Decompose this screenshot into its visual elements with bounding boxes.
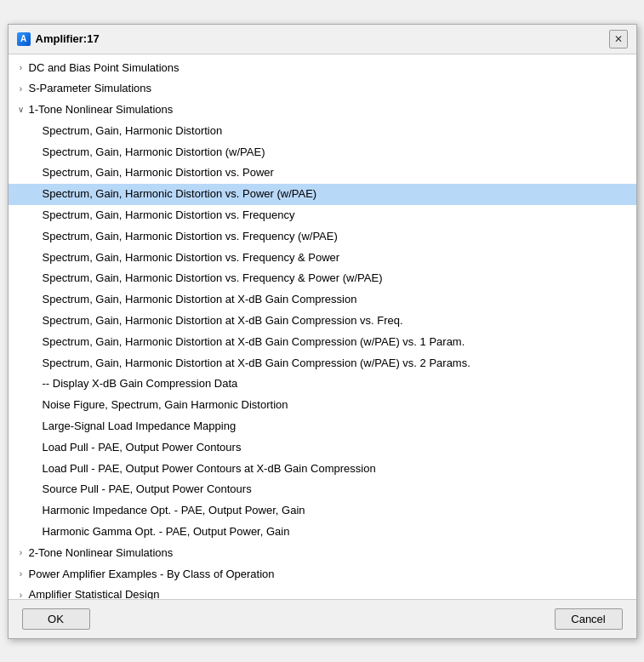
tree-item-label: Harmonic Impedance Opt. - PAE, Output Po… (43, 502, 305, 520)
title-bar-left: A Amplifier:17 (17, 32, 100, 46)
app-icon: A (17, 32, 31, 46)
tree-item-label: Noise Figure, Spectrum, Gain Harmonic Di… (43, 397, 288, 414)
main-dialog: A Amplifier:17 ✕ ›DC and Bias Point Simu… (8, 24, 637, 639)
tree-item-label: Spectrum, Gain, Harmonic Distortion (43, 123, 223, 140)
tree-item-label: Spectrum, Gain, Harmonic Distortion vs. … (43, 228, 338, 246)
tree-item-child-5[interactable]: Spectrum, Gain, Harmonic Distortion vs. … (9, 205, 636, 226)
tree-item-label: Spectrum, Gain, Harmonic Distortion vs. … (43, 185, 317, 203)
tree-item-label: Large-Signal Load Impedance Mapping (43, 418, 237, 436)
tree-item-label: Power Amplifier Examples - By Class of O… (29, 566, 275, 584)
expand-icon: › (15, 61, 27, 75)
close-button[interactable]: ✕ (609, 30, 628, 49)
tree-item-label: Harmonic Gamma Opt. - PAE, Output Power,… (43, 523, 290, 541)
tree-item-child-7[interactable]: Spectrum, Gain, Harmonic Distortion vs. … (9, 248, 636, 269)
tree-item-label: S-Parameter Simulations (29, 80, 152, 98)
tree-item-child-18[interactable]: Source Pull - PAE, Output Power Contours (9, 479, 636, 500)
tree-item-child-14[interactable]: Noise Figure, Spectrum, Gain Harmonic Di… (9, 395, 636, 416)
tree-item-label: Spectrum, Gain, Harmonic Distortion vs. … (43, 270, 383, 288)
tree-item-amp-stat[interactable]: ›Amplifier Statistical Design (9, 585, 636, 598)
expand-icon: › (15, 568, 27, 581)
tree-item-label: Amplifier Statistical Design (29, 586, 160, 598)
tree-item-child-15[interactable]: Large-Signal Load Impedance Mapping (9, 416, 636, 437)
tree-item-label: Spectrum, Gain, Harmonic Distortion vs. … (43, 164, 274, 182)
tree-item-label: Spectrum, Gain, Harmonic Distortion at X… (43, 291, 357, 309)
tree-item-child-2[interactable]: Spectrum, Gain, Harmonic Distortion (w/P… (9, 142, 636, 163)
tree-item-power-amp[interactable]: ›Power Amplifier Examples - By Class of … (9, 564, 636, 585)
dialog-title: Amplifier:17 (36, 32, 100, 45)
tree-item-child-16[interactable]: Load Pull - PAE, Output Power Contours (9, 437, 636, 459)
collapse-icon: ∨ (15, 103, 27, 117)
tree-item-label: Spectrum, Gain, Harmonic Distortion at X… (43, 355, 470, 373)
tree-item-child-9[interactable]: Spectrum, Gain, Harmonic Distortion at X… (9, 289, 636, 311)
tree-item-label: Spectrum, Gain, Harmonic Distortion at X… (43, 334, 465, 351)
tree-item-2-tone[interactable]: ›2-Tone Nonlinear Simulations (9, 543, 636, 564)
tree-item-label: Spectrum, Gain, Harmonic Distortion at X… (43, 312, 403, 330)
content-area: ›DC and Bias Point Simulations›S-Paramet… (9, 54, 636, 599)
tree-item-child-8[interactable]: Spectrum, Gain, Harmonic Distortion vs. … (9, 268, 636, 289)
tree-item-child-19[interactable]: Harmonic Impedance Opt. - PAE, Output Po… (9, 500, 636, 522)
tree-item-label: -- Display X-dB Gain Compression Data (43, 375, 238, 393)
tree-item-label: 1-Tone Nonlinear Simulations (29, 101, 174, 119)
tree-item-child-6[interactable]: Spectrum, Gain, Harmonic Distortion vs. … (9, 226, 636, 248)
expand-icon: › (15, 546, 27, 560)
tree-container[interactable]: ›DC and Bias Point Simulations›S-Paramet… (9, 54, 636, 599)
expand-icon: › (15, 83, 27, 96)
tree-item-label: Spectrum, Gain, Harmonic Distortion vs. … (43, 207, 295, 225)
tree-item-child-1[interactable]: Spectrum, Gain, Harmonic Distortion (9, 121, 636, 142)
title-bar: A Amplifier:17 ✕ (9, 25, 636, 54)
tree-item-child-12[interactable]: Spectrum, Gain, Harmonic Distortion at X… (9, 353, 636, 374)
tree-item-label: DC and Bias Point Simulations (29, 60, 180, 77)
tree-item-child-3[interactable]: Spectrum, Gain, Harmonic Distortion vs. … (9, 163, 636, 184)
tree-item-label: Source Pull - PAE, Output Power Contours (43, 481, 252, 499)
tree-item-label: Load Pull - PAE, Output Power Contours (43, 439, 242, 457)
ok-button[interactable]: OK (22, 608, 90, 630)
tree-item-child-17[interactable]: Load Pull - PAE, Output Power Contours a… (9, 459, 636, 480)
footer: OK Cancel (9, 599, 636, 638)
tree-item-dc-bias[interactable]: ›DC and Bias Point Simulations (9, 58, 636, 79)
tree-item-child-4[interactable]: Spectrum, Gain, Harmonic Distortion vs. … (9, 184, 636, 205)
tree-item-s-param[interactable]: ›S-Parameter Simulations (9, 78, 636, 100)
cancel-button[interactable]: Cancel (555, 608, 623, 630)
tree-item-child-20[interactable]: Harmonic Gamma Opt. - PAE, Output Power,… (9, 522, 636, 543)
tree-item-child-13[interactable]: -- Display X-dB Gain Compression Data (9, 374, 636, 395)
tree-item-label: 2-Tone Nonlinear Simulations (29, 545, 174, 562)
tree-item-label: Load Pull - PAE, Output Power Contours a… (43, 460, 376, 478)
tree-item-child-10[interactable]: Spectrum, Gain, Harmonic Distortion at X… (9, 311, 636, 332)
tree-item-label: Spectrum, Gain, Harmonic Distortion vs. … (43, 249, 340, 267)
tree-item-1-tone[interactable]: ∨1-Tone Nonlinear Simulations (9, 100, 636, 121)
tree-item-child-11[interactable]: Spectrum, Gain, Harmonic Distortion at X… (9, 332, 636, 353)
expand-icon: › (15, 589, 27, 599)
tree-item-label: Spectrum, Gain, Harmonic Distortion (w/P… (43, 144, 265, 162)
